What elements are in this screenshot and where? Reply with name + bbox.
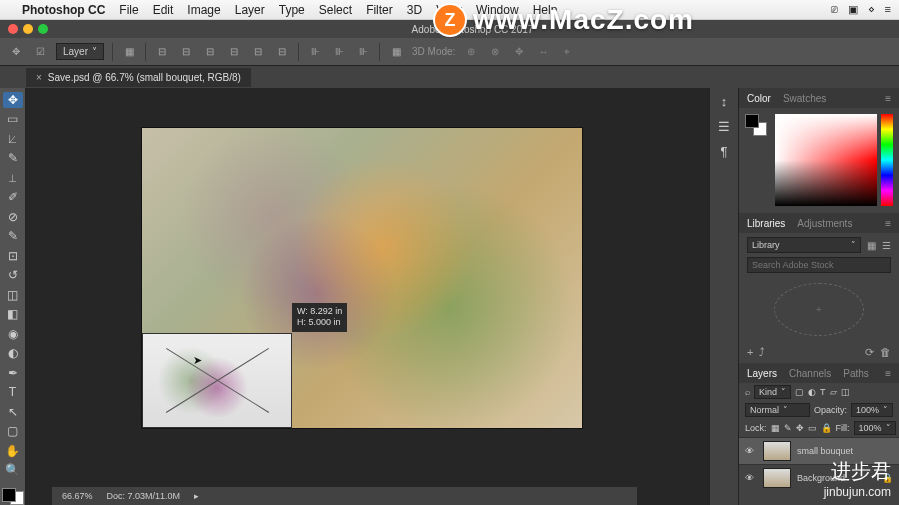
tab-swatches[interactable]: Swatches — [783, 93, 826, 104]
shape-icon[interactable]: ▣ — [848, 3, 858, 16]
opacity-input[interactable]: 100%˅ — [851, 403, 893, 417]
menu-layer[interactable]: Layer — [235, 3, 265, 17]
transform-controls-check[interactable]: ▦ — [121, 44, 137, 60]
align-center-h-icon[interactable]: ⊟ — [178, 44, 194, 60]
lock-transparency-icon[interactable]: ▦ — [771, 423, 780, 433]
align-right-icon[interactable]: ⊟ — [202, 44, 218, 60]
menu-3d[interactable]: 3D — [407, 3, 422, 17]
menu-type[interactable]: Type — [279, 3, 305, 17]
menu-file[interactable]: File — [119, 3, 138, 17]
tab-libraries[interactable]: Libraries — [747, 218, 785, 229]
lock-artboard-icon[interactable]: ▭ — [808, 423, 817, 433]
menu-image[interactable]: Image — [187, 3, 220, 17]
align-center-v-icon[interactable]: ⊟ — [250, 44, 266, 60]
tab-color[interactable]: Color — [747, 93, 771, 104]
hand-tool[interactable]: ✋ — [3, 443, 23, 459]
color-fgbg-swatch[interactable] — [745, 114, 771, 207]
menu-select[interactable]: Select — [319, 3, 352, 17]
menu-icon[interactable]: ≡ — [885, 3, 891, 16]
eraser-tool[interactable]: ◫ — [3, 287, 23, 303]
character-panel-icon[interactable]: ¶ — [721, 144, 728, 159]
properties-panel-icon[interactable]: ☰ — [718, 119, 730, 134]
tab-layers[interactable]: Layers — [747, 368, 777, 379]
delete-icon[interactable]: 🗑 — [880, 346, 891, 359]
auto-select-check[interactable]: ☑ — [32, 44, 48, 60]
sync-icon[interactable]: ⟳ — [865, 346, 874, 359]
wifi-icon[interactable]: ⋄ — [868, 3, 875, 16]
doc-size[interactable]: Doc: 7.03M/11.0M — [107, 491, 181, 501]
lasso-tool[interactable]: ⟀ — [3, 131, 23, 147]
menu-filter[interactable]: Filter — [366, 3, 393, 17]
layer-thumbnail[interactable] — [763, 441, 791, 461]
screen-icon[interactable]: ⎚ — [831, 3, 838, 16]
close-button[interactable] — [8, 24, 18, 34]
minimize-button[interactable] — [23, 24, 33, 34]
eyedropper-tool[interactable]: ✐ — [3, 190, 23, 206]
layer-name[interactable]: small bouquet — [797, 446, 853, 456]
blend-mode-select[interactable]: Normal˅ — [745, 403, 810, 417]
color-panel-menu-icon[interactable]: ≡ — [885, 93, 891, 104]
distribute-3-icon[interactable]: ⊪ — [355, 44, 371, 60]
grid-view-icon[interactable]: ▦ — [867, 240, 876, 251]
filter-type-icon[interactable]: T — [820, 387, 826, 397]
healing-tool[interactable]: ⊘ — [3, 209, 23, 225]
dodge-tool[interactable]: ◐ — [3, 346, 23, 362]
auto-select-dropdown[interactable]: Layer˅ — [56, 43, 104, 60]
history-brush-tool[interactable]: ↺ — [3, 268, 23, 284]
color-field[interactable] — [775, 114, 877, 206]
document-tab[interactable]: × Save.psd @ 66.7% (small bouquet, RGB/8… — [26, 68, 251, 87]
layer-filter-select[interactable]: Kind˅ — [754, 385, 791, 399]
marquee-tool[interactable]: ▭ — [3, 112, 23, 128]
hue-slider[interactable] — [881, 114, 893, 206]
path-tool[interactable]: ↖ — [3, 404, 23, 420]
crop-tool[interactable]: ⟂ — [3, 170, 23, 186]
visibility-icon[interactable]: 👁 — [745, 473, 757, 483]
filter-image-icon[interactable]: ▢ — [795, 387, 804, 397]
zoom-level[interactable]: 66.67% — [62, 491, 93, 501]
canvas-area[interactable]: ➤ W: 8.292 in H: 5.000 in 66.67% Doc: 7.… — [26, 88, 709, 505]
move-tool-icon[interactable]: ✥ — [8, 44, 24, 60]
lock-image-icon[interactable]: ✎ — [784, 423, 792, 433]
status-chevron-icon[interactable]: ▸ — [194, 491, 199, 501]
type-tool[interactable]: T — [3, 385, 23, 401]
document-canvas[interactable]: ➤ W: 8.292 in H: 5.000 in — [142, 128, 582, 428]
add-content-icon[interactable]: + — [747, 346, 753, 359]
zoom-tool[interactable]: 🔍 — [3, 463, 23, 479]
filter-adjust-icon[interactable]: ◐ — [808, 387, 816, 397]
close-tab-icon[interactable]: × — [36, 72, 42, 83]
zoom-button[interactable] — [38, 24, 48, 34]
library-search-input[interactable] — [747, 257, 891, 273]
lock-position-icon[interactable]: ✥ — [796, 423, 804, 433]
list-view-icon[interactable]: ☰ — [882, 240, 891, 251]
layer-filter-icon[interactable]: ⌕ — [745, 387, 750, 397]
tab-paths[interactable]: Paths — [843, 368, 869, 379]
foreground-background-swatch[interactable] — [2, 488, 24, 505]
auto-align-icon[interactable]: ▦ — [388, 44, 404, 60]
library-drop-zone[interactable]: + — [774, 283, 864, 336]
gradient-tool[interactable]: ◧ — [3, 307, 23, 323]
lock-all-icon[interactable]: 🔒 — [821, 423, 832, 433]
distribute-h-icon[interactable]: ⊪ — [307, 44, 323, 60]
library-selector[interactable]: Library˅ — [747, 237, 861, 253]
placed-layer[interactable]: ➤ — [142, 333, 292, 428]
filter-shape-icon[interactable]: ▱ — [830, 387, 837, 397]
rectangle-tool[interactable]: ▢ — [3, 424, 23, 440]
tab-channels[interactable]: Channels — [789, 368, 831, 379]
align-bottom-icon[interactable]: ⊟ — [274, 44, 290, 60]
app-name[interactable]: Photoshop CC — [22, 3, 105, 17]
libraries-panel-menu-icon[interactable]: ≡ — [885, 218, 891, 229]
move-tool[interactable]: ✥ — [3, 92, 23, 108]
quick-select-tool[interactable]: ✎ — [3, 151, 23, 167]
fill-input[interactable]: 100%˅ — [854, 421, 896, 435]
distribute-v-icon[interactable]: ⊪ — [331, 44, 347, 60]
menu-edit[interactable]: Edit — [153, 3, 174, 17]
pen-tool[interactable]: ✒ — [3, 365, 23, 381]
history-panel-icon[interactable]: ↕ — [721, 94, 728, 109]
filter-smart-icon[interactable]: ◫ — [841, 387, 850, 397]
tab-adjustments[interactable]: Adjustments — [797, 218, 852, 229]
blur-tool[interactable]: ◉ — [3, 326, 23, 342]
align-left-icon[interactable]: ⊟ — [154, 44, 170, 60]
layers-panel-menu-icon[interactable]: ≡ — [885, 368, 891, 379]
visibility-icon[interactable]: 👁 — [745, 446, 757, 456]
brush-tool[interactable]: ✎ — [3, 229, 23, 245]
